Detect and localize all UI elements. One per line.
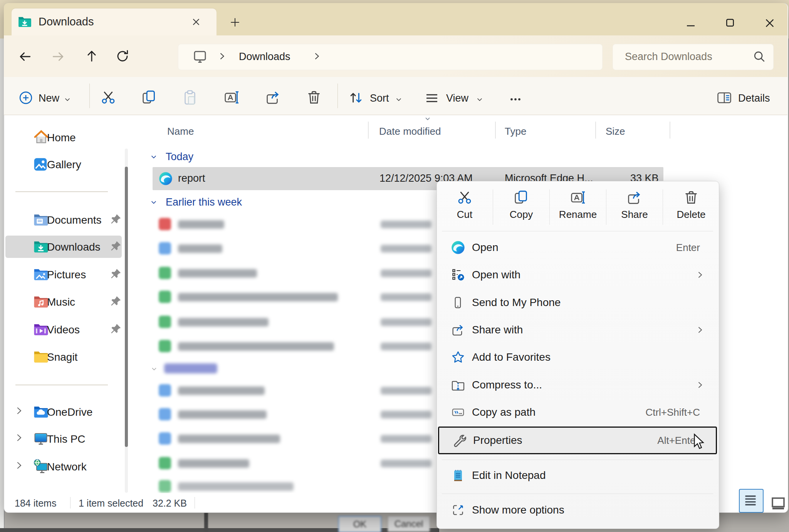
file-name[interactable]: report [178,172,205,184]
view-icon[interactable] [424,90,440,106]
background-cancel-button[interactable]: Cancel [388,516,430,532]
sidebar-item-this-pc[interactable]: This PC [47,433,86,445]
chevron-down-icon[interactable] [394,94,404,104]
scrollbar-thumb[interactable] [125,167,128,447]
list-view-icon [740,490,761,510]
column-divider[interactable] [368,122,369,139]
sidebar-item-music[interactable]: Music [47,296,75,308]
menu-item-open-with[interactable]: Open with [438,261,717,288]
minimize-icon[interactable] [685,20,697,32]
column-divider[interactable] [595,122,596,139]
expand-chevron-icon[interactable] [13,405,25,417]
share-button[interactable]: Share [606,186,663,232]
rename-button[interactable]: Rename [550,186,606,232]
sidebar-item-downloads[interactable]: Downloads [47,241,101,253]
group-header-earlier-this-week[interactable]: Earlier this week [166,196,242,208]
sidebar-item-videos[interactable]: Videos [47,324,80,336]
menu-divider [442,231,713,231]
group-header-last-week-blurred[interactable] [164,363,217,373]
cut-button[interactable]: Cut [436,186,493,232]
group-collapse-icon[interactable] [149,152,159,162]
excel-file-icon [159,267,171,279]
refresh-icon[interactable] [115,49,130,64]
forward-icon[interactable] [51,49,65,64]
menu-divider [442,494,713,494]
menu-item-edit-in-notepad[interactable]: Edit in Notepad [438,462,717,489]
thumbnail-view-toggle[interactable] [769,494,787,512]
details-pane-icon[interactable] [716,89,733,106]
search-placeholder[interactable]: Search Downloads [625,51,712,63]
column-header-size[interactable]: Size [606,125,625,137]
menu-item-copy-as-path[interactable]: Copy as path Ctrl+Shift+C [438,399,717,426]
rename-icon[interactable] [223,89,240,106]
group-header-today[interactable]: Today [166,151,193,163]
column-header-type[interactable]: Type [505,125,526,137]
back-icon[interactable] [18,49,32,64]
submenu-chevron-icon [695,325,705,335]
pin-icon [109,322,123,336]
up-icon[interactable] [84,49,99,64]
tab-close-icon[interactable] [190,16,202,28]
search-icon[interactable] [752,49,767,64]
details-button[interactable]: Details [738,92,770,104]
word-file-icon [159,408,171,420]
menu-item-send-to-my-phone[interactable]: Send to My Phone [438,289,717,316]
column-divider[interactable] [495,122,496,139]
column-header-date-modified[interactable]: Date modified [379,125,441,137]
more-options-icon[interactable] [508,92,523,107]
sidebar-divider [15,191,108,192]
tab-title: Downloads [39,15,94,28]
close-icon[interactable] [764,17,776,29]
chevron-down-icon[interactable] [475,94,485,104]
background-ok-button[interactable]: OK [338,516,381,532]
menu-item-show-more-options[interactable]: Show more options [438,497,717,524]
sort-descending-icon [423,114,432,123]
new-tab-icon[interactable] [229,16,241,28]
context-menu-quick-actions: Cut Copy Rename Share Delete [436,181,718,231]
share-icon [626,189,643,206]
sidebar-item-gallery[interactable]: Gallery [47,159,81,171]
breadcrumb-chevron-icon[interactable] [217,51,227,62]
open-with-icon [450,267,466,283]
maximize-icon[interactable] [724,17,736,28]
sidebar-item-documents[interactable]: Documents [47,214,102,226]
submenu-chevron-icon [695,380,705,390]
expand-chevron-icon[interactable] [13,460,25,471]
this-pc-breadcrumb-icon[interactable] [192,49,208,65]
sort-button[interactable]: Sort [370,92,389,104]
breadcrumb-segment-downloads[interactable]: Downloads [239,51,290,63]
view-button[interactable]: View [446,92,468,104]
paste-icon[interactable] [181,89,199,106]
cut-icon[interactable] [99,89,117,106]
delete-icon[interactable] [305,89,323,106]
chevron-down-icon[interactable] [62,94,72,104]
expand-chevron-icon[interactable] [13,432,25,443]
details-view-toggle[interactable] [739,489,764,513]
copy-icon[interactable] [140,89,158,106]
group-collapse-icon[interactable] [149,364,159,373]
copy-button[interactable]: Copy [493,186,549,232]
breadcrumb-chevron-icon[interactable] [311,51,322,62]
delete-button[interactable]: Delete [663,186,719,232]
new-button[interactable]: New [39,92,59,104]
sidebar-item-network[interactable]: Network [47,461,87,473]
zip-folder-icon [450,377,466,393]
excel-file-icon [159,291,171,303]
menu-item-compress-to[interactable]: Compress to... [438,371,717,398]
sidebar-item-pictures[interactable]: Pictures [47,269,86,281]
menu-item-properties[interactable]: Properties Alt+Enter [438,427,717,454]
column-divider[interactable] [670,122,670,139]
share-icon[interactable] [264,89,282,106]
new-plus-icon[interactable] [18,90,34,106]
sidebar-item-home[interactable]: Home [47,132,76,144]
statusbar-divider [195,497,195,509]
menu-item-add-to-favorites[interactable]: Add to Favorites [438,344,717,371]
downloads-folder-icon [17,14,32,29]
menu-item-share-with[interactable]: Share with [438,316,717,343]
column-header-name[interactable]: Name [167,125,194,137]
sidebar-item-snagit[interactable]: Snagit [47,351,77,363]
sidebar-item-onedrive[interactable]: OneDrive [47,406,92,418]
group-collapse-icon[interactable] [149,197,159,207]
menu-item-open[interactable]: Open Enter [438,234,717,261]
sort-icon[interactable] [347,89,364,106]
